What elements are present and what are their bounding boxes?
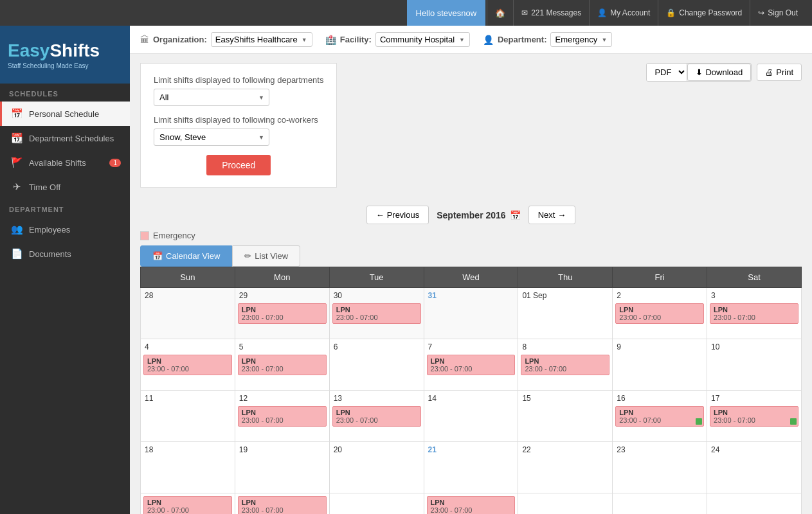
calendar-cell[interactable]: 23 <box>613 442 707 493</box>
calendar-cell[interactable]: 16LPN23:00 - 07:00 <box>613 391 707 442</box>
calendar-cell[interactable]: 01 Sep <box>518 288 613 339</box>
calendar-cell[interactable] <box>518 493 613 515</box>
day-header-tue: Tue <box>329 267 424 288</box>
prev-button[interactable]: ← Previous <box>366 206 429 224</box>
shift-block[interactable]: LPN23:00 - 07:00 <box>427 355 516 375</box>
main-content: 🏛 Organization: EasyShifts Healthcare 🏥 … <box>130 26 812 514</box>
logo-tagline: Staff Scheduling Made Easy <box>8 62 100 69</box>
tab-calendar-view[interactable]: 📅 Calendar View <box>140 245 232 267</box>
tab-list-view[interactable]: ✏ List View <box>232 245 300 267</box>
proceed-button[interactable]: Proceed <box>206 155 271 175</box>
format-group: PDF ⬇ Download <box>646 63 752 82</box>
home-icon[interactable]: 🏠 <box>487 0 513 26</box>
messages-link[interactable]: ✉ 221 Messages <box>513 0 589 26</box>
calendar-cell[interactable]: 14 <box>424 391 518 442</box>
dept-filter-row: Limit shifts displayed to following depa… <box>154 75 323 106</box>
sidebar-item-available-shifts[interactable]: 🚩 Available Shifts 1 <box>0 150 130 175</box>
sidebar-item-personal-schedule[interactable]: 📅 Personal Schedule <box>0 102 130 126</box>
calendar-cell[interactable]: 13LPN23:00 - 07:00 <box>329 391 424 442</box>
calendar-table: SunMonTueWedThuFriSat 2829LPN23:00 - 07:… <box>140 267 802 514</box>
calendar-cell[interactable]: 22 <box>518 442 613 493</box>
shift-block[interactable]: LPN23:00 - 07:00 <box>710 406 798 427</box>
day-header-sat: Sat <box>707 267 802 288</box>
cell-date: 12 <box>238 393 327 403</box>
change-password-link[interactable]: 🔒 Change Password <box>658 0 750 26</box>
calendar-cell[interactable]: 5LPN23:00 - 07:00 <box>235 339 329 391</box>
next-button[interactable]: Next → <box>528 206 576 224</box>
shift-block[interactable]: LPN23:00 - 07:00 <box>332 303 421 324</box>
calendar-cell[interactable] <box>329 493 424 515</box>
facility-select[interactable]: Community Hospital <box>375 32 470 47</box>
organization-select[interactable]: EasyShifts Healthcare <box>211 32 312 47</box>
shift-time: 23:00 - 07:00 <box>525 365 606 373</box>
shift-block[interactable]: LPN23:00 - 07:00 <box>238 355 327 375</box>
calendar-cell[interactable]: 2LPN23:00 - 07:00 <box>613 288 707 339</box>
calendar-cell[interactable]: 19 <box>235 442 329 493</box>
calendar-cell[interactable]: LPN23:00 - 07:00 <box>141 493 235 515</box>
shift-block[interactable]: LPN23:00 - 07:00 <box>143 496 232 514</box>
shift-time: 23:00 - 07:00 <box>336 416 417 424</box>
cell-date: 5 <box>238 342 327 352</box>
calendar-cell[interactable]: 3LPN23:00 - 07:00 <box>707 288 802 339</box>
shift-title: LPN <box>336 306 417 314</box>
shift-block[interactable]: LPN23:00 - 07:00 <box>427 496 516 514</box>
calendar-cell[interactable]: 7LPN23:00 - 07:00 <box>424 339 518 391</box>
shift-block[interactable]: LPN23:00 - 07:00 <box>238 406 327 427</box>
format-select[interactable]: PDF <box>647 64 687 81</box>
calendar-cell[interactable]: 9 <box>613 339 707 391</box>
calendar-cell[interactable]: 10 <box>707 339 802 391</box>
calendar-cell[interactable]: 4LPN23:00 - 07:00 <box>141 339 235 391</box>
shift-block[interactable]: LPN23:00 - 07:00 <box>238 496 327 514</box>
calendar-cell[interactable]: 28 <box>141 288 235 339</box>
download-button[interactable]: ⬇ Download <box>687 64 751 81</box>
calendar-cell[interactable]: 20 <box>329 442 424 493</box>
calendar-cell[interactable]: 31 <box>424 288 518 339</box>
calendar-cell[interactable]: 24 <box>707 442 802 493</box>
cell-date: 13 <box>332 393 421 403</box>
calendar-cell[interactable]: 6 <box>329 339 424 391</box>
calendar-cell[interactable] <box>707 493 802 515</box>
calendar-cell[interactable]: 12LPN23:00 - 07:00 <box>235 391 329 442</box>
filter-box: Limit shifts displayed to following depa… <box>140 63 337 188</box>
sidebar-item-label: Time Off <box>29 182 60 192</box>
account-link[interactable]: 👤 My Account <box>589 0 658 26</box>
shift-block[interactable]: LPN23:00 - 07:00 <box>143 355 232 375</box>
sign-out-link[interactable]: ↪ Sign Out <box>750 0 806 26</box>
sidebar-item-documents[interactable]: 📄 Documents <box>0 242 130 266</box>
coworker-filter-select[interactable]: Snow, Steve <box>154 128 269 146</box>
calendar-cell[interactable]: 15 <box>518 391 613 442</box>
shift-title: LPN <box>242 306 323 314</box>
calendar-cell[interactable]: LPN23:00 - 07:00 <box>235 493 329 515</box>
calendar-cell[interactable]: 17LPN23:00 - 07:00 <box>707 391 802 442</box>
shift-title: LPN <box>147 357 228 365</box>
shift-block[interactable]: LPN23:00 - 07:00 <box>615 406 704 427</box>
shift-block[interactable]: LPN23:00 - 07:00 <box>521 355 609 375</box>
shift-block[interactable]: LPN23:00 - 07:00 <box>615 303 704 324</box>
calendar-cell[interactable]: LPN23:00 - 07:00 <box>424 493 518 515</box>
dept-filter-select[interactable]: All <box>154 89 269 106</box>
available-shifts-badge: 1 <box>109 159 121 167</box>
calendar-cell[interactable]: 11 <box>141 391 235 442</box>
sidebar-item-employees[interactable]: 👥 Employees <box>0 217 130 242</box>
cell-date: 14 <box>427 393 516 403</box>
calendar-cell[interactable]: 30LPN23:00 - 07:00 <box>329 288 424 339</box>
department-select[interactable]: Emergency <box>550 32 612 47</box>
calendar-cell[interactable]: 21 <box>424 442 518 493</box>
list-view-icon: ✏ <box>244 251 251 261</box>
calendar-cell[interactable]: 18 <box>141 442 235 493</box>
shift-block[interactable]: LPN23:00 - 07:00 <box>710 303 798 324</box>
calendar-icon: 📅 <box>11 108 23 120</box>
print-button[interactable]: 🖨 Print <box>757 64 802 81</box>
shift-title: LPN <box>714 409 795 416</box>
sidebar-item-department-schedules[interactable]: 📆 Department Schedules <box>0 126 130 150</box>
coworker-filter-label: Limit shifts displayed to following co-w… <box>154 115 323 125</box>
shift-indicator <box>696 418 702 425</box>
shift-title: LPN <box>714 306 795 314</box>
shift-time: 23:00 - 07:00 <box>619 314 700 321</box>
sidebar-item-time-off[interactable]: ✈ Time Off <box>0 175 130 199</box>
calendar-cell[interactable] <box>613 493 707 515</box>
calendar-cell[interactable]: 29LPN23:00 - 07:00 <box>235 288 329 339</box>
shift-block[interactable]: LPN23:00 - 07:00 <box>332 406 421 427</box>
shift-block[interactable]: LPN23:00 - 07:00 <box>238 303 327 324</box>
calendar-cell[interactable]: 8LPN23:00 - 07:00 <box>518 339 613 391</box>
